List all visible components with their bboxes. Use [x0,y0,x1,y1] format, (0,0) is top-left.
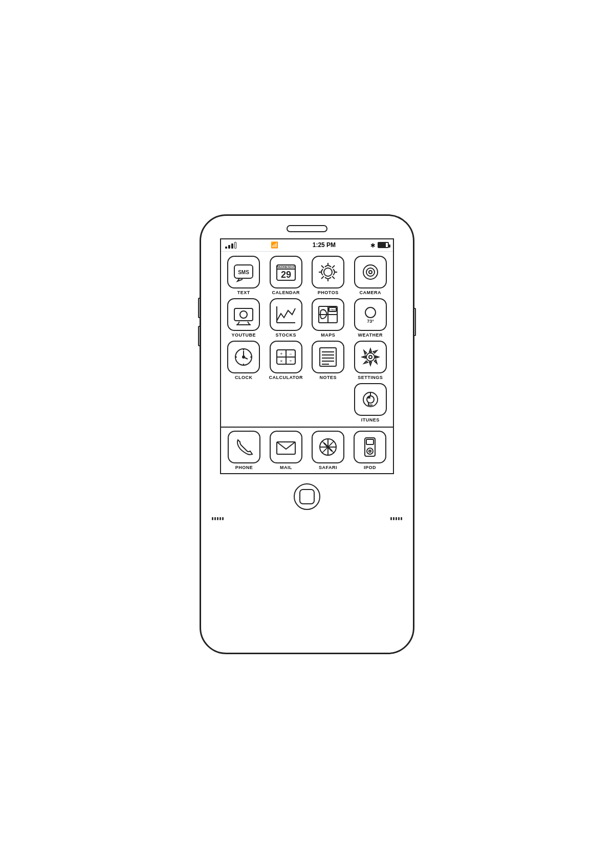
dock-safari-label: SAFARI [319,465,337,470]
status-right: ∗ [370,241,389,249]
svg-text:780: 780 [330,308,336,311]
app-settings[interactable]: SETTINGS [351,341,390,380]
svg-point-16 [366,268,375,276]
svg-rect-18 [234,308,253,321]
connector-dot-4 [220,517,221,520]
svg-rect-67 [366,439,374,444]
home-area [294,474,320,517]
battery-icon [378,242,389,248]
app-notes[interactable]: NOTES [309,341,348,380]
speaker [287,225,327,232]
svg-line-12 [332,276,335,279]
svg-text:73°: 73° [367,319,374,324]
app-clock-icon [227,341,260,373]
app-stocks-label: STOCKS [276,332,296,338]
app-notes-label: NOTES [319,375,337,380]
dock-mail-label: MAIL [280,465,292,470]
connector-dot-7 [393,517,394,520]
app-camera-icon [354,256,387,288]
svg-text:−: − [289,351,292,357]
connector-left [212,517,224,520]
app-settings-icon [354,341,387,373]
connector-dot-10 [401,517,402,520]
app-maps[interactable]: 780 MAPS [309,298,348,338]
home-button[interactable] [294,483,320,510]
app-calendar-label: CALENDAR [272,290,300,295]
svg-text:×: × [280,359,282,364]
app-youtube-icon [227,298,260,331]
app-calculator[interactable]: + − × ÷ CALCULATOR [267,341,306,380]
signal-bar-2 [228,245,230,249]
app-text[interactable]: SMS TEXT [224,256,264,295]
dock-ipod[interactable]: IPOD [354,431,386,470]
app-weather[interactable]: 73° WEATHER [351,298,390,338]
app-camera[interactable]: CAMERA [351,256,390,295]
svg-point-54 [369,355,372,359]
dock-ipod-icon [354,431,386,463]
dock-phone[interactable]: PHONE [228,431,260,470]
svg-point-53 [366,353,375,361]
svg-line-14 [321,276,324,279]
app-youtube[interactable]: YOUTUBE [224,298,264,338]
app-weather-icon: 73° [354,298,387,331]
svg-point-17 [369,271,372,274]
svg-point-15 [363,265,378,279]
status-bar: 📶 1:25 PM ∗ [221,239,393,252]
svg-text:29: 29 [281,270,291,280]
app-text-label: TEXT [237,290,250,295]
app-camera-label: CAMERA [360,290,382,295]
app-itunes[interactable]: ITUNES [351,383,390,422]
svg-line-13 [332,265,335,268]
app-calculator-icon: + − × ÷ [270,341,302,373]
side-button-volume[interactable] [198,326,201,346]
app-calculator-label: CALCULATOR [269,375,303,380]
svg-point-19 [240,311,247,318]
dock-mail[interactable]: MAIL [270,431,302,470]
signal-bars [225,242,236,249]
app-grid: SMS TEXT WEDNESDAY 29 CALENDAR [221,252,393,427]
app-text-icon: SMS [227,256,260,288]
app-notes-icon [312,341,344,373]
dock-phone-label: PHONE [235,465,253,470]
signal-bar-3 [231,243,233,249]
svg-point-68 [367,448,373,454]
svg-text:+: + [280,351,282,357]
dock-mail-icon [270,431,302,463]
wifi-icon: 📶 [271,241,278,249]
side-button-right[interactable] [413,308,416,336]
dock-phone-icon [228,431,260,463]
app-clock-label: CLOCK [235,375,253,380]
app-maps-icon: 780 [312,298,344,331]
signal-bar-1 [225,247,227,249]
dock: PHONE MAIL [221,427,393,473]
app-stocks[interactable]: STOCKS [267,298,306,338]
app-calendar-icon: WEDNESDAY 29 [270,256,302,288]
svg-line-11 [321,265,324,268]
svg-point-56 [367,396,374,403]
phone-device: 📶 1:25 PM ∗ SMS TEXT [200,214,414,654]
app-photos-label: PHOTOS [318,290,339,295]
svg-text:WEDNESDAY: WEDNESDAY [276,265,296,269]
battery-fill [379,243,386,247]
svg-point-69 [369,450,371,452]
svg-rect-47 [320,348,336,366]
connector-dot-1 [212,517,213,520]
connector-dot-6 [390,517,392,520]
app-photos[interactable]: PHOTOS [309,256,348,295]
app-clock[interactable]: CLOCK [224,341,264,380]
svg-point-35 [243,356,245,358]
app-weather-label: WEATHER [358,332,383,338]
status-time: 1:25 PM [313,241,336,249]
app-stocks-icon [270,298,302,331]
side-button-left[interactable] [198,298,201,318]
connector-dot-9 [398,517,400,520]
app-calendar[interactable]: WEDNESDAY 29 CALENDAR [267,256,306,295]
connector-dot-2 [214,517,216,520]
svg-point-30 [365,307,376,318]
dock-safari[interactable]: SAFARI [312,431,344,470]
screen: 📶 1:25 PM ∗ SMS TEXT [220,238,394,474]
phone-top [201,216,413,238]
connector-dot-3 [217,517,218,520]
app-itunes-icon [354,383,387,416]
app-youtube-label: YOUTUBE [231,332,256,338]
